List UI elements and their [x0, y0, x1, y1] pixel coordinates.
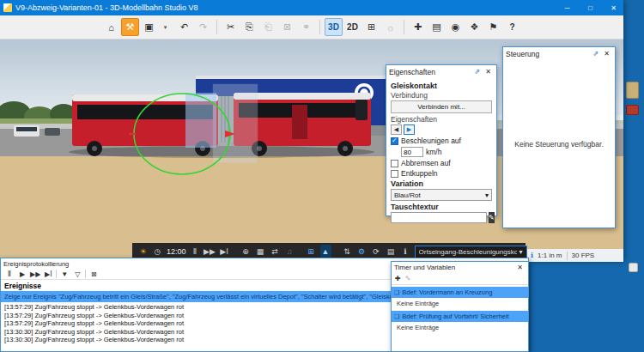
save-dropdown-caret-icon[interactable]: ▾ — [156, 18, 174, 36]
sound-icon[interactable]: ♫ — [284, 245, 295, 258]
camera-icon[interactable]: ◉ — [447, 18, 465, 36]
fps-indicator: 30 FPS — [572, 252, 595, 259]
gear-icon[interactable]: ⚙ — [356, 245, 368, 258]
toolbar-separator — [85, 270, 86, 278]
accelerate-checkbox[interactable] — [391, 137, 398, 145]
layout-grid-icon[interactable]: ⊞ — [306, 245, 317, 258]
desktop-icon[interactable] — [626, 82, 639, 99]
add-object-icon[interactable]: ✚ — [409, 18, 427, 36]
toolbar-separator — [56, 270, 57, 278]
toolbar-separator — [319, 20, 320, 34]
catalog-icon[interactable]: ▤ — [428, 18, 446, 36]
edit-icon[interactable]: ✎ — [405, 275, 411, 282]
connect-button[interactable]: Verbinden mit... — [391, 100, 492, 113]
timer-group-label: Bdef: Vordermann an Kreuzung — [402, 288, 492, 296]
close-button[interactable]: ✕ — [604, 0, 623, 15]
properties-panel: Eigenschaften ⇗ ✕ Gleiskontakt Verbindun… — [386, 64, 497, 216]
filter-icon[interactable]: ▼ — [59, 270, 70, 278]
toolbar-separator — [216, 20, 217, 34]
event-selector-dropdown[interactable]: Ortseingang-Beschleunigungskon ▾ — [415, 246, 527, 258]
zoom-icon[interactable]: ⊕ — [240, 245, 252, 258]
section-title-gleiskontakt: Gleiskontakt — [391, 82, 492, 90]
close-icon[interactable]: ✕ — [483, 68, 494, 76]
decouple-checkbox[interactable] — [391, 170, 398, 178]
accelerate-unit: km/h — [426, 148, 441, 156]
skip-icon[interactable]: ▶Ⅰ — [219, 245, 230, 258]
edit-texture-icon[interactable]: ✎ — [489, 212, 495, 223]
undo-icon[interactable]: ↶ — [175, 18, 193, 36]
close-icon[interactable]: ✕ — [514, 264, 526, 271]
timer-panel-header[interactable]: Timer und Variablen ✕ — [392, 262, 528, 273]
steuerung-panel-header[interactable]: Steuerung ⇗ ✕ — [503, 47, 615, 60]
panel-title: Steuerung — [506, 50, 590, 58]
properties-label: Eigenschaften — [391, 115, 492, 124]
home-icon[interactable]: ⌂ — [102, 18, 120, 36]
accelerate-label: Beschleunigen auf — [401, 137, 461, 145]
clear-log-icon[interactable]: ⊠ — [88, 270, 99, 278]
fast-forward-icon[interactable]: ▶▶ — [204, 245, 216, 258]
shuffle-icon[interactable]: ⇄ — [270, 245, 281, 258]
timer-group-row[interactable]: ❏ Bdef: Vordermann an Kreuzung — [392, 287, 528, 298]
vehicles-icon[interactable]: ⇅ — [342, 245, 353, 258]
prev-contact-button[interactable]: ◀ — [391, 124, 402, 135]
terrain-icon[interactable]: ▲ — [320, 245, 331, 258]
help-button[interactable]: ? — [503, 18, 521, 36]
group-icon: ❏ — [394, 289, 399, 296]
connection-label: Verbindung — [391, 91, 492, 100]
copy-icon[interactable]: ⎘ — [240, 18, 258, 36]
desktop-icon[interactable] — [629, 263, 638, 272]
scale-indicator: 1:1 in m — [538, 252, 562, 259]
timer-toolbar: ✚ ✎ — [392, 273, 528, 285]
chevron-down-icon: ▾ — [519, 248, 523, 256]
filter-alt-icon[interactable]: ▽ — [72, 270, 82, 278]
close-icon[interactable]: ✕ — [601, 50, 612, 58]
chevron-down-icon: ▾ — [485, 191, 489, 199]
texture-input[interactable] — [391, 212, 487, 223]
timer-group-row[interactable]: ❏ Bdef: Prüfung auf Vorfahrt/ Sicherheit — [392, 311, 528, 322]
event-selector-value: Ortseingang-Beschleunigungskon — [419, 248, 517, 256]
desktop-icon[interactable] — [626, 105, 639, 115]
skip-icon[interactable]: ▶Ⅰ — [43, 270, 53, 278]
light-icon: ☼ — [381, 18, 399, 36]
window-title: V9-Abzweig-Varianten-01 - 3D-Modellbahn … — [15, 3, 554, 12]
grid-icon[interactable]: ⊞ — [362, 18, 380, 36]
flag-icon[interactable]: ⚑ — [484, 18, 502, 36]
info-icon[interactable]: ℹ — [531, 252, 533, 259]
steuerung-panel: Steuerung ⇗ ✕ Keine Steuerung verfügbar. — [502, 46, 616, 228]
view-3d-button[interactable]: 3D — [325, 18, 343, 36]
wrench-icon[interactable]: ⚒ — [121, 18, 139, 36]
daylight-icon[interactable]: ☀ — [137, 245, 149, 258]
timer-group-empty: Keine Einträge — [392, 298, 528, 309]
redo-icon: ↷ — [194, 18, 212, 36]
plugin-icon[interactable]: ❖ — [465, 18, 483, 36]
app-icon — [3, 3, 12, 12]
pause-icon[interactable]: Ⅱ — [190, 245, 201, 258]
save-icon[interactable]: ▣ — [140, 18, 158, 36]
refresh-icon[interactable]: ⟳ — [371, 245, 382, 258]
popout-icon[interactable]: ⇗ — [471, 68, 483, 76]
accelerate-input[interactable] — [401, 147, 423, 157]
popout-icon[interactable]: ⇗ — [590, 50, 601, 58]
layers-icon[interactable]: ▤ — [386, 245, 397, 258]
timer-variables-panel: Timer und Variablen ✕ ✚ ✎ ❏ Bdef: Vorder… — [391, 261, 529, 352]
variation-dropdown[interactable]: Blau/Rot ▾ — [391, 189, 492, 201]
cut-icon[interactable]: ✂ — [222, 18, 240, 36]
timer-group-empty: Keine Einträge — [392, 322, 528, 333]
catalog-box-icon[interactable]: ▦ — [255, 245, 266, 258]
sim-time[interactable]: 12:00 — [167, 247, 186, 256]
properties-panel-header[interactable]: Eigenschaften ⇗ ✕ — [386, 65, 496, 78]
next-contact-button[interactable]: ▶ — [404, 124, 415, 135]
fast-forward-icon[interactable]: ▶▶ — [30, 270, 40, 278]
toolbar-separator — [404, 20, 404, 34]
info-icon[interactable]: ℹ — [400, 245, 411, 258]
minimize-button[interactable]: ─ — [557, 0, 577, 15]
maximize-button[interactable]: □ — [580, 0, 600, 15]
variation-label: Variation — [391, 179, 492, 188]
brake-checkbox[interactable] — [391, 160, 398, 167]
play-icon[interactable]: ▶ — [17, 270, 27, 278]
view-2d-button[interactable]: 2D — [343, 18, 361, 36]
link-icon: ⚭ — [297, 18, 315, 36]
pause-icon[interactable]: Ⅱ — [4, 270, 15, 278]
status-bar: ℹ 1:1 in m 30 FPS — [526, 249, 623, 262]
add-icon[interactable]: ✚ — [395, 275, 401, 282]
